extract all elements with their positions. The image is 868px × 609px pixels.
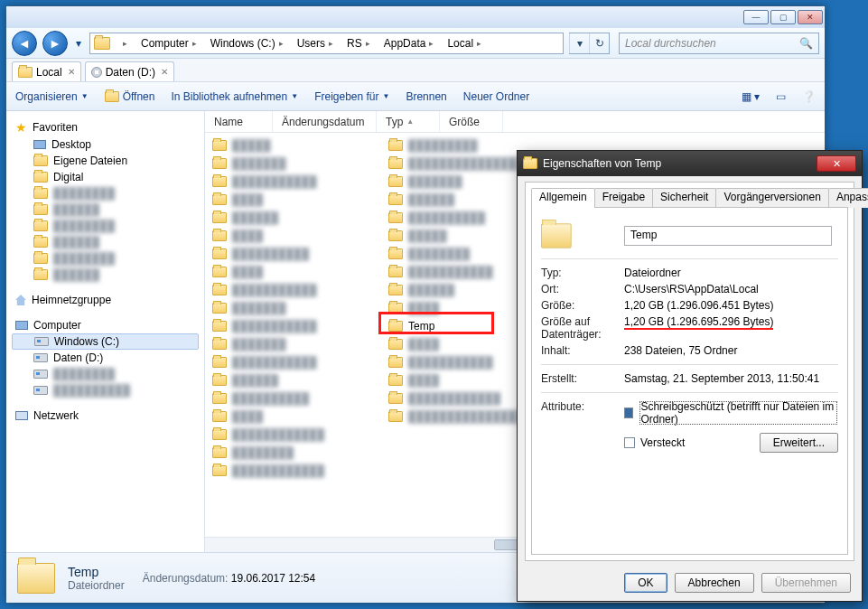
nav-blurred[interactable]: ████████ [6, 218, 204, 234]
burn-button[interactable]: Brennen [406, 90, 446, 103]
list-item[interactable]: ███████ [205, 155, 381, 173]
forward-button[interactable]: ► [42, 31, 68, 56]
maximize-button[interactable]: ▢ [770, 10, 796, 24]
computer-header[interactable]: Computer [6, 317, 204, 333]
list-item[interactable]: ███████████ [205, 353, 381, 371]
tab-sharing[interactable]: Freigabe [594, 188, 653, 208]
list-item[interactable]: ██████ [205, 209, 381, 227]
tab-daten[interactable]: Daten (D:) ✕ [85, 61, 174, 81]
nav-blurred[interactable]: ██████ [6, 201, 204, 218]
list-item[interactable]: ████ [205, 191, 381, 209]
view-icon[interactable]: ▦ ▾ [742, 90, 760, 103]
nav-digital[interactable]: Digital [6, 169, 204, 185]
nav-pane: ★Favoriten Desktop Eigene Dateien Digita… [6, 111, 205, 552]
folder-icon [388, 267, 403, 277]
favorites-header[interactable]: ★Favoriten [6, 118, 204, 136]
nav-blurred[interactable]: ████████ [6, 250, 204, 267]
hidden-checkbox[interactable] [624, 437, 635, 448]
help-icon[interactable]: ❔ [802, 90, 816, 103]
folder-icon [212, 158, 227, 169]
address-bar[interactable]: ▸ Computer▸ Windows (C:)▸ Users▸ RS▸ App… [89, 33, 564, 54]
drive-icon [33, 386, 48, 395]
list-item[interactable]: ████████████ [205, 426, 381, 444]
nav-documents[interactable]: Eigene Dateien [6, 153, 204, 169]
share-menu[interactable]: Freigeben für▼ [314, 90, 389, 103]
hidden-label: Versteckt [640, 436, 685, 449]
details-date-label: Änderungsdatum: [143, 572, 229, 585]
folder-icon [94, 37, 110, 50]
list-item[interactable]: ███████████ [205, 173, 381, 191]
close-icon[interactable]: ✕ [68, 67, 75, 77]
list-item[interactable]: █████ [205, 136, 381, 155]
folder-icon [18, 67, 33, 78]
newfolder-button[interactable]: Neuer Ordner [463, 90, 529, 103]
list-item[interactable]: ██████████ [205, 389, 381, 408]
col-size[interactable]: Größe [440, 111, 503, 132]
back-button[interactable]: ◄ [12, 31, 37, 56]
nav-drive-c[interactable]: Windows (C:) [12, 333, 199, 350]
star-icon: ★ [15, 120, 27, 135]
crumb-3[interactable]: RS▸ [340, 33, 377, 53]
nav-drive-d[interactable]: Daten (D:) [6, 350, 204, 366]
folder-icon [388, 248, 403, 259]
nav-blurred[interactable]: ██████ [6, 234, 204, 250]
col-name[interactable]: Name [205, 111, 273, 132]
search-input[interactable]: Local durchsuchen 🔍 [619, 33, 819, 54]
close-button[interactable]: ✕ [798, 10, 823, 24]
list-item[interactable]: ███████ [205, 299, 381, 317]
folder-icon [17, 563, 55, 594]
list-item[interactable]: ████████████ [205, 462, 381, 480]
dialog-titlebar[interactable]: Eigenschaften von Temp ✕ [518, 151, 862, 176]
nav-blurred[interactable]: ████████ [6, 185, 204, 201]
nav-blurred[interactable]: ██████████ [6, 382, 204, 398]
preview-icon[interactable]: ▭ [776, 90, 786, 103]
tab-previous[interactable]: Vorgängerversionen [715, 188, 828, 208]
crumb-5[interactable]: Local▸ [440, 33, 488, 53]
tab-security[interactable]: Sicherheit [652, 188, 716, 208]
tab-customize[interactable]: Anpassen [828, 188, 868, 208]
list-item[interactable]: ███████████ [205, 281, 381, 299]
nav-blurred[interactable]: ██████ [6, 267, 204, 283]
list-item[interactable]: ██████ [205, 371, 381, 389]
crumb-2[interactable]: Users▸ [290, 33, 340, 53]
homegroup-header[interactable]: Heimnetzgruppe [6, 292, 204, 308]
crumb-root[interactable]: ▸ [112, 33, 134, 53]
contains-label: Inhalt: [541, 344, 624, 357]
ok-button[interactable]: OK [624, 573, 667, 593]
list-item[interactable]: ██████████ [205, 245, 381, 263]
list-item[interactable]: ███████ [205, 335, 381, 353]
advanced-button[interactable]: Erweitert... [760, 433, 838, 453]
dialog-close-button[interactable]: ✕ [817, 155, 856, 172]
list-item[interactable]: ███████████ [205, 317, 381, 335]
readonly-checkbox[interactable] [624, 408, 633, 418]
tab-general[interactable]: Allgemein [531, 188, 595, 208]
col-type[interactable]: Typ▲ [377, 111, 440, 132]
tab-label: Local [36, 66, 62, 79]
refresh-icon[interactable]: ↻ [589, 33, 609, 53]
library-menu[interactable]: In Bibliothek aufnehmen▼ [171, 90, 298, 103]
cancel-button[interactable]: Abbrechen [675, 573, 754, 593]
folder-icon [33, 155, 48, 166]
history-dropdown[interactable]: ▾ [73, 31, 84, 56]
list-item[interactable]: ████ [205, 408, 381, 426]
list-item[interactable]: ████████ [205, 444, 381, 462]
organize-menu[interactable]: Organisieren▼ [15, 90, 89, 103]
dropdown-icon[interactable]: ▾ [569, 33, 589, 53]
nav-desktop[interactable]: Desktop [6, 136, 204, 153]
nav-blurred[interactable]: ████████ [6, 366, 204, 382]
col-date[interactable]: Änderungsdatum [273, 111, 377, 132]
crumb-0[interactable]: Computer▸ [134, 33, 203, 53]
crumb-4[interactable]: AppData▸ [377, 33, 441, 53]
list-item[interactable]: ████ [205, 227, 381, 245]
apply-button[interactable]: Übernehmen [761, 573, 851, 593]
dialog-footer: OK Abbrechen Übernehmen [518, 565, 862, 601]
name-field[interactable]: Temp [624, 226, 832, 246]
list-item[interactable]: ████ [205, 263, 381, 281]
minimize-button[interactable]: — [743, 10, 769, 24]
dialog-title: Eigenschaften von Temp [543, 157, 811, 170]
tab-local[interactable]: Local ✕ [12, 61, 81, 81]
crumb-1[interactable]: Windows (C:)▸ [203, 33, 290, 53]
close-icon[interactable]: ✕ [161, 67, 168, 77]
network-header[interactable]: Netzwerk [6, 408, 204, 424]
open-button[interactable]: Öffnen [105, 90, 155, 103]
